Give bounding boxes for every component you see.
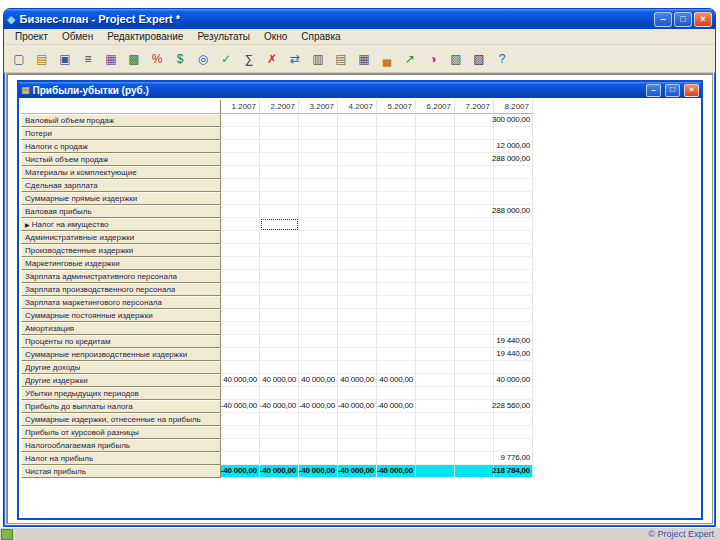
table-cell[interactable]	[260, 127, 299, 140]
table-cell[interactable]	[299, 413, 338, 426]
table-cell[interactable]	[416, 166, 455, 179]
table-cell[interactable]	[416, 309, 455, 322]
row-label[interactable]: Зарплата маркетингового персонала	[21, 296, 221, 309]
table-cell[interactable]	[494, 387, 533, 400]
column-header[interactable]: 6.2007	[416, 100, 455, 114]
table-cell[interactable]	[338, 231, 377, 244]
table-cell[interactable]	[455, 465, 494, 478]
table-cell[interactable]	[416, 361, 455, 374]
row-label[interactable]: Суммарные прямые издержки	[21, 192, 221, 205]
table-cell[interactable]	[494, 179, 533, 192]
table-cell[interactable]	[299, 218, 338, 231]
table-cell[interactable]	[416, 114, 455, 127]
table-cell[interactable]	[260, 114, 299, 127]
table-cell[interactable]	[299, 205, 338, 218]
table-cell[interactable]	[416, 140, 455, 153]
table-cell[interactable]	[455, 387, 494, 400]
table-cell[interactable]	[299, 270, 338, 283]
table-cell[interactable]	[455, 374, 494, 387]
help-icon[interactable]: ?	[491, 48, 513, 70]
table-cell[interactable]	[494, 283, 533, 296]
table-cell[interactable]: 288 000,00	[494, 153, 533, 166]
table-cell[interactable]	[260, 309, 299, 322]
table-cell[interactable]	[299, 166, 338, 179]
table-cell[interactable]: -40 000,00	[221, 465, 260, 478]
table-cell[interactable]	[377, 179, 416, 192]
row-label[interactable]: Другие издержки	[21, 374, 221, 387]
table-cell[interactable]	[455, 322, 494, 335]
table-cell[interactable]	[416, 205, 455, 218]
row-label[interactable]: Потери	[21, 127, 221, 140]
menu-item-3[interactable]: Редактирование	[100, 30, 190, 43]
table-cell[interactable]	[377, 153, 416, 166]
table-cell[interactable]: 9 776,00	[494, 452, 533, 465]
table-cell[interactable]	[455, 309, 494, 322]
line-graph-icon[interactable]: ↗	[399, 48, 421, 70]
row-label[interactable]: Зарплата производственного персонала	[21, 283, 221, 296]
table-cell[interactable]	[377, 166, 416, 179]
row-label[interactable]: Чистый объем продаж	[21, 153, 221, 166]
table-cell[interactable]: -40 000,00	[338, 400, 377, 413]
table-cell[interactable]	[455, 140, 494, 153]
table-cell[interactable]	[377, 244, 416, 257]
table-cell[interactable]	[377, 296, 416, 309]
table-cell[interactable]	[221, 439, 260, 452]
table-cell[interactable]	[416, 387, 455, 400]
table-cell[interactable]	[338, 179, 377, 192]
table-cell[interactable]	[260, 361, 299, 374]
table-cell[interactable]	[338, 439, 377, 452]
table-cell[interactable]	[416, 283, 455, 296]
table-cell[interactable]	[260, 153, 299, 166]
table-cell[interactable]	[260, 205, 299, 218]
table-cell[interactable]	[494, 257, 533, 270]
table-cell[interactable]	[494, 270, 533, 283]
table-cell[interactable]	[377, 335, 416, 348]
table-cell[interactable]	[221, 361, 260, 374]
table-cell[interactable]	[494, 322, 533, 335]
column-header[interactable]: 4.2007	[338, 100, 377, 114]
table-cell[interactable]	[338, 166, 377, 179]
table-cell[interactable]	[221, 335, 260, 348]
table-cell[interactable]	[455, 335, 494, 348]
recalc-icon[interactable]: ∑	[238, 48, 260, 70]
column-header[interactable]: 3.2007	[299, 100, 338, 114]
column-header[interactable]: 1.2007	[221, 100, 260, 114]
table-cell[interactable]	[299, 244, 338, 257]
table-cell[interactable]: 218 784,00	[494, 465, 533, 478]
text-description-icon[interactable]: ≡	[77, 48, 99, 70]
table-cell[interactable]	[494, 127, 533, 140]
table-cell[interactable]	[299, 322, 338, 335]
row-label[interactable]: Другие доходы	[21, 361, 221, 374]
table-cell[interactable]: -40 000,00	[299, 400, 338, 413]
table-cell[interactable]	[338, 361, 377, 374]
table-cell[interactable]	[221, 153, 260, 166]
calendar-icon[interactable]: ▦	[100, 48, 122, 70]
table-cell[interactable]: 40 000,00	[221, 374, 260, 387]
print-report-icon[interactable]: ▨	[468, 48, 490, 70]
table-cell[interactable]	[416, 322, 455, 335]
table-cell[interactable]	[377, 127, 416, 140]
save-project-icon[interactable]: ▣	[54, 48, 76, 70]
check-data-icon[interactable]: ✓	[215, 48, 237, 70]
table-cell[interactable]	[377, 348, 416, 361]
table-cell[interactable]	[260, 257, 299, 270]
table-cell[interactable]	[260, 270, 299, 283]
exchange-icon[interactable]: ⇄	[284, 48, 306, 70]
report-icon[interactable]: ▧	[445, 48, 467, 70]
row-label[interactable]: Прибыль от курсовой разницы	[21, 426, 221, 439]
table-cell[interactable]: 288 000,00	[494, 205, 533, 218]
table-cell[interactable]	[377, 387, 416, 400]
table-cell[interactable]: 300 000,00	[494, 114, 533, 127]
table-cell[interactable]	[260, 140, 299, 153]
table-cell[interactable]	[299, 426, 338, 439]
menu-item-1[interactable]: Проект	[8, 30, 55, 43]
report-restore-button[interactable]: □	[665, 84, 680, 97]
table-cell[interactable]	[455, 348, 494, 361]
row-label[interactable]: Налогооблагаемая прибыль	[21, 439, 221, 452]
table-cell[interactable]	[455, 439, 494, 452]
column-header[interactable]: 8.2007	[494, 100, 533, 114]
table-cell[interactable]	[416, 400, 455, 413]
table-cell[interactable]	[455, 218, 494, 231]
menu-item-6[interactable]: Справка	[294, 30, 347, 43]
table-cell[interactable]	[455, 231, 494, 244]
